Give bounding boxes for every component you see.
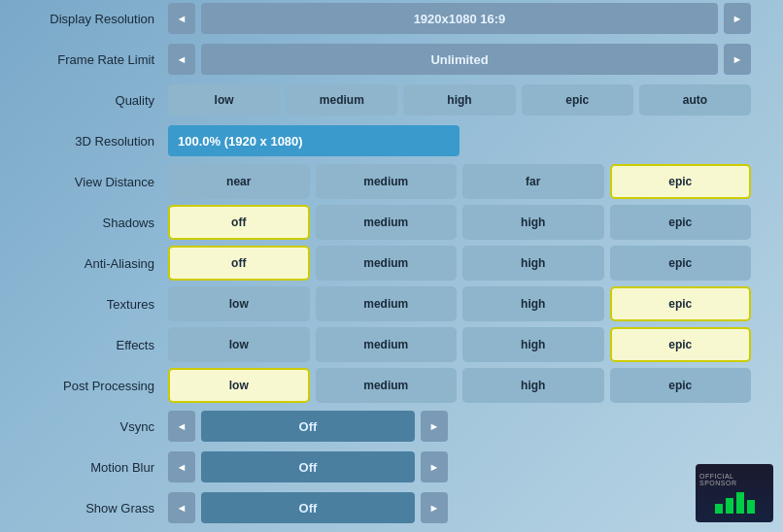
- anti-aliasing-off[interactable]: off: [168, 246, 310, 281]
- show-grass-value: Off: [201, 492, 415, 523]
- effects-label: Effects: [32, 338, 168, 352]
- quality-auto[interactable]: auto: [639, 84, 751, 116]
- frame-rate-prev[interactable]: ◄: [168, 44, 195, 75]
- sponsor-text: OFFICIAL SPONSOR: [699, 473, 769, 486]
- shadows-epic[interactable]: epic: [610, 205, 752, 240]
- resolution-3d-content: 100.0% (1920 x 1080): [168, 125, 751, 156]
- anti-aliasing-row: Anti-Aliasing off medium high epic: [32, 246, 751, 281]
- textures-content: low medium high epic: [168, 286, 751, 321]
- textures-row: Textures low medium high epic: [32, 286, 751, 321]
- motion-blur-prev[interactable]: ◄: [168, 451, 195, 482]
- display-resolution-row: Display Resolution ◄ 1920x1080 16:9 ►: [32, 1, 751, 36]
- post-processing-low[interactable]: low: [168, 368, 310, 403]
- resolution-3d-label: 3D Resolution: [32, 134, 168, 149]
- vsync-row: Vsync ◄ Off ►: [32, 409, 751, 444]
- post-processing-content: low medium high epic: [168, 368, 751, 403]
- shadows-off[interactable]: off: [168, 205, 310, 240]
- vsync-label: Vsync: [32, 419, 168, 434]
- quality-epic[interactable]: epic: [522, 84, 633, 116]
- frame-rate-value: Unlimited: [201, 44, 718, 75]
- display-resolution-next[interactable]: ►: [724, 3, 751, 34]
- display-resolution-content: ◄ 1920x1080 16:9 ►: [168, 3, 751, 34]
- quality-medium[interactable]: medium: [286, 84, 397, 116]
- effects-high[interactable]: high: [462, 327, 604, 362]
- shadows-high[interactable]: high: [462, 205, 604, 240]
- shadows-row: Shadows off medium high epic: [32, 205, 751, 240]
- frame-rate-row: Frame Rate Limit ◄ Unlimited ►: [32, 42, 751, 77]
- show-grass-prev[interactable]: ◄: [168, 492, 195, 523]
- vsync-content: ◄ Off ►: [168, 411, 751, 442]
- show-grass-next[interactable]: ►: [421, 492, 448, 523]
- bar-1: [715, 504, 723, 514]
- show-grass-label: Show Grass: [32, 501, 168, 515]
- post-processing-medium[interactable]: medium: [316, 368, 458, 403]
- shadows-content: off medium high epic: [168, 205, 751, 240]
- display-resolution-prev[interactable]: ◄: [168, 3, 195, 34]
- quality-label: Quality: [32, 93, 168, 108]
- motion-blur-content: ◄ Off ►: [168, 451, 751, 482]
- quality-row: Quality low medium high epic auto: [32, 83, 751, 117]
- textures-epic[interactable]: epic: [610, 286, 752, 321]
- vsync-prev[interactable]: ◄: [168, 411, 195, 442]
- effects-row: Effects low medium high epic: [32, 327, 751, 362]
- display-resolution-value: 1920x1080 16:9: [201, 3, 718, 34]
- view-distance-far[interactable]: far: [462, 164, 604, 199]
- post-processing-high[interactable]: high: [462, 368, 604, 403]
- view-distance-label: View Distance: [32, 175, 168, 189]
- view-distance-row: View Distance near medium far epic: [32, 164, 751, 199]
- quality-high[interactable]: high: [403, 84, 515, 116]
- bar-4: [747, 500, 755, 514]
- anti-aliasing-medium[interactable]: medium: [316, 246, 458, 281]
- sponsor-badge: OFFICIAL SPONSOR: [696, 464, 773, 522]
- textures-label: Textures: [32, 297, 168, 312]
- effects-low[interactable]: low: [168, 327, 310, 362]
- vsync-value: Off: [201, 411, 415, 442]
- effects-medium[interactable]: medium: [316, 327, 458, 362]
- vsync-next[interactable]: ►: [421, 411, 448, 442]
- anti-aliasing-high[interactable]: high: [462, 246, 604, 281]
- frame-rate-label: Frame Rate Limit: [32, 52, 168, 67]
- anti-aliasing-epic[interactable]: epic: [610, 246, 752, 281]
- post-processing-row: Post Processing low medium high epic: [32, 368, 751, 403]
- motion-blur-value: Off: [201, 451, 415, 482]
- textures-medium[interactable]: medium: [316, 286, 458, 321]
- motion-blur-next[interactable]: ►: [421, 451, 448, 482]
- motion-blur-label: Motion Blur: [32, 460, 168, 475]
- anti-aliasing-label: Anti-Aliasing: [32, 256, 168, 271]
- quality-low[interactable]: low: [168, 84, 280, 116]
- textures-low[interactable]: low: [168, 286, 310, 321]
- sponsor-bars: [715, 489, 755, 514]
- effects-epic[interactable]: epic: [610, 327, 752, 362]
- shadows-label: Shadows: [32, 216, 168, 230]
- display-resolution-label: Display Resolution: [32, 12, 168, 26]
- bar-2: [726, 498, 733, 514]
- effects-content: low medium high epic: [168, 327, 751, 362]
- view-distance-medium[interactable]: medium: [316, 164, 458, 199]
- show-grass-content: ◄ Off ►: [168, 492, 751, 523]
- anti-aliasing-content: off medium high epic: [168, 246, 751, 281]
- show-grass-row: Show Grass ◄ Off ►: [32, 490, 751, 525]
- resolution-3d-row: 3D Resolution 100.0% (1920 x 1080): [32, 123, 751, 158]
- quality-content: low medium high epic auto: [168, 84, 751, 116]
- post-processing-label: Post Processing: [32, 379, 168, 393]
- frame-rate-content: ◄ Unlimited ►: [168, 44, 751, 75]
- post-processing-epic[interactable]: epic: [610, 368, 752, 403]
- shadows-medium[interactable]: medium: [316, 205, 458, 240]
- view-distance-epic[interactable]: epic: [610, 164, 752, 199]
- frame-rate-next[interactable]: ►: [724, 44, 751, 75]
- motion-blur-row: Motion Blur ◄ Off ►: [32, 449, 751, 484]
- resolution-3d-value: 100.0% (1920 x 1080): [168, 125, 460, 156]
- bar-3: [736, 492, 744, 514]
- textures-high[interactable]: high: [462, 286, 604, 321]
- settings-panel: Window Mode ◄ Fullscreen ► Display Resol…: [13, 0, 770, 532]
- view-distance-near[interactable]: near: [168, 164, 310, 199]
- view-distance-content: near medium far epic: [168, 164, 751, 199]
